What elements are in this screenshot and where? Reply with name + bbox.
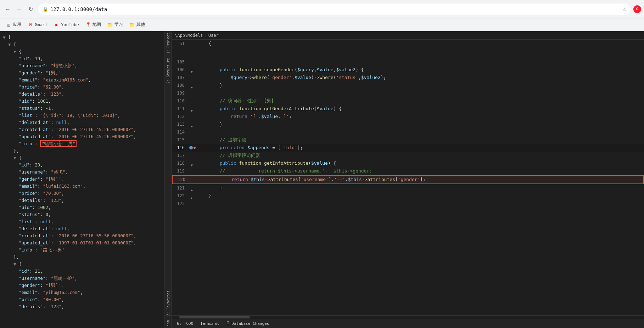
gutter-117	[189, 152, 196, 159]
code-content-111: public function getGenderAttribute($valu…	[196, 105, 644, 113]
code-line-51: 51 {	[172, 40, 644, 47]
code-content-113: }	[196, 120, 644, 128]
gutter-116: ●	[189, 144, 196, 152]
fold-122[interactable]: ▶	[191, 194, 194, 198]
code-area[interactable]: 51 { 105 106 ▼ public function scopeGend…	[172, 40, 644, 315]
terminal-status[interactable]: Terminal	[198, 321, 221, 327]
bookmark-gmail[interactable]: M Gmail	[25, 21, 50, 29]
gutter-110	[189, 97, 196, 105]
db-icon: 🗄	[226, 321, 230, 326]
line-num-123: 123	[172, 200, 189, 208]
fold-111[interactable]: ▼	[191, 107, 194, 111]
code-content-108: }	[196, 81, 644, 89]
code-line-108: 108 ▶ }	[172, 81, 644, 89]
code-line-123: 123	[172, 200, 644, 208]
bookmark-study-label: 学习	[114, 22, 123, 28]
gutter-113: ▶	[189, 120, 196, 128]
fold-108[interactable]: ▶	[191, 84, 194, 87]
line-num-109: 109	[172, 89, 189, 97]
json-info2: "info": "路飞--男"	[0, 247, 164, 254]
code-content-114	[196, 128, 644, 136]
json-root-bracket: ▼ [	[0, 34, 164, 41]
scrollbar-thumb[interactable]	[179, 316, 250, 318]
bookmark-icon[interactable]: ☆	[623, 6, 626, 12]
json-details1: "details": "123",	[0, 91, 164, 98]
json-gender1: "gender": "[男]",	[0, 69, 164, 77]
breakpoint-116[interactable]	[189, 146, 193, 149]
json-username3: "username": "黑崎一护",	[0, 275, 164, 282]
project-label[interactable]: 1: Project	[165, 31, 172, 55]
code-content-118: public function getInfoAttribute($value)…	[196, 159, 644, 167]
json-list1: "list": "{\"id\": 19, \"uid\": 1010}",	[0, 112, 164, 119]
line-num-105: 105	[172, 58, 189, 66]
gutter-109	[189, 89, 196, 97]
breadcrumb-file: User	[208, 33, 219, 38]
code-content-110: // 访问器: 性别: 【男】	[196, 97, 644, 105]
code-line-105: 105	[172, 58, 644, 66]
npm-label[interactable]: npm	[165, 319, 172, 328]
code-line-116: 116 ● protected $appends = ['info'];	[172, 144, 644, 152]
bookmark-maps[interactable]: 📍 地图	[83, 20, 104, 29]
db-status[interactable]: 🗄 Database Changes	[224, 321, 271, 327]
bookmark-gmail-label: Gmail	[35, 22, 47, 27]
bookmark-other[interactable]: 📁 其他	[127, 20, 148, 29]
code-line-118: 118 ▼ public function getInfoAttribute($…	[172, 159, 644, 167]
gutter-108: ▶	[189, 81, 196, 89]
gutter-122: ▶	[189, 192, 196, 200]
address-bar[interactable]: 🔒 127.0.0.1:8000/data ☆	[38, 4, 631, 15]
json-panel[interactable]: ▼ [ ▼ [ ▼ { "id": 19, "username": "蜡笔小新"…	[0, 31, 165, 328]
gmail-icon: M	[28, 22, 33, 28]
lock-icon: 🔒	[43, 6, 48, 12]
bookmark-study[interactable]: 📁 学习	[105, 20, 126, 29]
line-num-113: 113	[172, 120, 189, 128]
code-content-107: $query->where('gender',$value)->where('s…	[196, 74, 644, 81]
breadcrumb-path: \App\Models	[175, 33, 203, 38]
json-info1: "info": "蜡笔小新--男"	[0, 140, 164, 147]
code-line-112: 112 return '['.$value.']';	[172, 113, 644, 120]
back-button[interactable]: ←	[3, 4, 13, 14]
code-line-110: 110 // 访问器: 性别: 【男】	[172, 97, 644, 105]
code-content-105	[196, 58, 644, 66]
main-content: ▼ [ ▼ [ ▼ { "id": 19, "username": "蜡笔小新"…	[0, 31, 644, 328]
gutter-120	[190, 176, 197, 183]
bookmark-icon-116: ●	[194, 144, 196, 152]
fold-106[interactable]: ▼	[191, 68, 194, 72]
forward-button[interactable]: →	[14, 4, 24, 14]
todo-status[interactable]: 6: TODO	[175, 321, 195, 327]
code-content-51: {	[196, 40, 644, 47]
bookmark-apps[interactable]: ◫ 应用	[3, 20, 24, 29]
reload-button[interactable]: ↻	[26, 4, 35, 14]
fold-118[interactable]: ▼	[191, 162, 194, 165]
status-bar: 6: TODO Terminal 🗄 Database Changes	[172, 319, 644, 328]
code-content-120: return $this->attributes['username'].'--…	[197, 176, 643, 183]
code-line-111: 111 ▼ public function getGenderAttribute…	[172, 105, 644, 113]
structure-label[interactable]: 2: Structure	[165, 57, 172, 85]
line-num-106: 106	[172, 66, 189, 74]
horizontal-scrollbar[interactable]	[172, 315, 644, 319]
gutter-123	[189, 200, 196, 208]
favorites-label[interactable]: 2: Favorites	[165, 289, 172, 317]
side-panel-labels: 1: Project 2: Structure 2: Favorites npm	[165, 31, 172, 328]
bookmark-maps-label: 地图	[93, 22, 101, 28]
line-num-51: 51	[172, 40, 189, 47]
line-num-119: 119	[172, 167, 189, 175]
json-uid1: "uid": 1001,	[0, 98, 164, 105]
gutter-118: ▼	[189, 159, 196, 167]
gutter-106: ▼	[189, 66, 196, 74]
json-obj1-close: },	[0, 147, 164, 154]
code-line-106: 106 ▼ public function scopeGender($query…	[172, 66, 644, 74]
gutter-112	[189, 113, 196, 120]
json-id3: "id": 21,	[0, 268, 164, 275]
fold-113[interactable]: ▶	[191, 123, 194, 126]
bookmark-youtube[interactable]: ▶ YouTube	[51, 21, 82, 29]
code-content-117: // 虚拟字段访问器	[196, 152, 644, 159]
code-line-120: 120 return $this->attributes['username']…	[172, 175, 644, 184]
youtube-icon: ▶	[54, 22, 60, 28]
fold-121[interactable]: ▶	[191, 186, 194, 190]
gutter-114	[189, 128, 196, 136]
opera-icon[interactable]: O	[633, 5, 641, 13]
json-deleted2: "deleted_at": null,	[0, 225, 164, 232]
line-num-122: 122	[172, 192, 189, 200]
code-content-106: public function scopeGender($query,$valu…	[196, 66, 644, 74]
json-obj2-open: ▼ {	[0, 154, 164, 162]
